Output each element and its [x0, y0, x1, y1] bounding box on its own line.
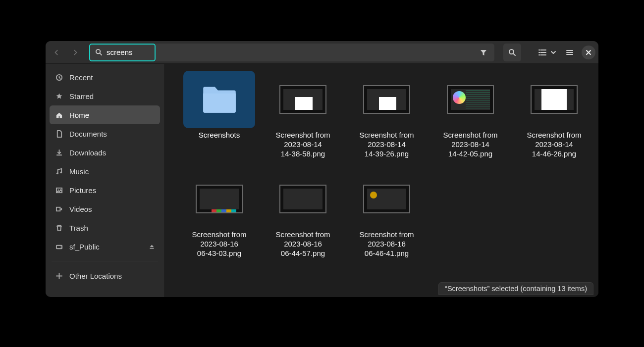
drive-icon [54, 243, 63, 250]
file-thumbnail [279, 85, 326, 114]
icon-box [351, 71, 423, 128]
sidebar-item-label: Starred [69, 92, 94, 100]
search-icon [95, 49, 103, 56]
sidebar-item-label: Home [69, 111, 89, 119]
hamburger-menu-button[interactable] [562, 45, 578, 60]
sidebar-item-downloads[interactable]: Downloads [50, 143, 160, 162]
sidebar-item-recent[interactable]: Recent [50, 68, 160, 87]
sidebar-item-videos[interactable]: Videos [50, 199, 160, 218]
svg-point-3 [56, 172, 58, 174]
file-thumbnail [196, 185, 243, 213]
icon-box [518, 71, 590, 128]
back-button[interactable] [49, 45, 64, 60]
item-label: Screenshot from 2023-08-16 06-43-03.png [189, 230, 249, 258]
file-item[interactable]: Screenshot from 2023-08-14 14-46-26.png [512, 71, 596, 158]
file-thumbnail [447, 85, 494, 114]
document-icon [54, 130, 63, 138]
folder-icon [199, 79, 240, 120]
sidebar-item-documents[interactable]: Documents [50, 124, 160, 143]
sidebar-separator [52, 261, 158, 261]
icon-box [183, 170, 255, 228]
item-label: Screenshot from 2023-08-14 14-38-58.png [272, 130, 333, 158]
sidebar-item-music[interactable]: Music [50, 162, 160, 181]
icon-box [267, 71, 339, 128]
window-body: RecentStarredHomeDocumentsDownloadsMusic… [46, 64, 598, 297]
forward-button[interactable] [67, 45, 83, 60]
file-item[interactable]: Screenshot from 2023-08-14 14-39-26.png [345, 71, 429, 158]
sidebar-item-label: Pictures [69, 186, 96, 195]
file-item[interactable]: Screenshot from 2023-08-14 14-42-05.png [429, 71, 512, 158]
clock-icon [54, 74, 63, 81]
file-item[interactable]: Screenshot from 2023-08-14 14-38-58.png [261, 71, 345, 158]
folder-item[interactable]: Screenshots [177, 71, 261, 158]
sidebar: RecentStarredHomeDocumentsDownloadsMusic… [46, 64, 164, 297]
sidebar-item-starred[interactable]: Starred [50, 87, 160, 105]
video-icon [54, 205, 63, 213]
svg-rect-7 [56, 207, 60, 211]
file-item[interactable]: Screenshot from 2023-08-16 06-46-41.png [345, 170, 429, 258]
search-input-wrapper[interactable]: screens [89, 44, 156, 61]
sidebar-item-home[interactable]: Home [50, 105, 160, 124]
sidebar-other-locations[interactable]: Other Locations [50, 266, 160, 285]
search-toggle-button[interactable] [503, 44, 521, 61]
plus-icon [54, 272, 63, 280]
file-item[interactable]: Screenshot from 2023-08-16 06-43-03.png [177, 170, 261, 258]
view-dropdown-button[interactable] [550, 45, 560, 60]
file-item[interactable]: Screenshot from 2023-08-16 06-44-57.png [261, 170, 345, 258]
eject-icon[interactable] [149, 244, 155, 250]
item-label: Screenshot from 2023-08-14 14-42-05.png [440, 130, 500, 158]
sidebar-item-label: Other Locations [69, 272, 122, 280]
filter-button[interactable] [475, 44, 492, 61]
sidebar-item-label: Music [69, 167, 89, 176]
file-thumbnail [363, 85, 410, 114]
icon-box [351, 170, 423, 228]
item-label: Screenshot from 2023-08-14 14-39-26.png [356, 130, 417, 158]
sidebar-item-sf_public[interactable]: sf_Public [50, 237, 160, 256]
star-icon [54, 93, 63, 100]
sidebar-item-trash[interactable]: Trash [50, 218, 160, 237]
sidebar-item-label: Recent [69, 73, 93, 82]
item-label: Screenshot from 2023-08-14 14-46-26.png [524, 130, 584, 158]
search-value[interactable]: screens [107, 48, 133, 56]
file-manager-window: screens RecentStarred [46, 41, 598, 297]
content-area[interactable]: ScreenshotsScreenshot from 2023-08-14 14… [164, 64, 598, 297]
sidebar-item-label: sf_Public [69, 243, 100, 251]
svg-point-4 [60, 171, 62, 173]
icon-box [434, 71, 506, 128]
download-icon [54, 149, 63, 156]
header-bar: screens [46, 41, 598, 64]
svg-point-9 [60, 247, 61, 248]
item-label: Screenshot from 2023-08-16 06-44-57.png [272, 230, 333, 258]
sidebar-item-label: Downloads [69, 149, 106, 157]
item-label: Screenshots [196, 130, 243, 140]
file-thumbnail [363, 185, 410, 213]
file-item[interactable]: Screenshot from 2023-08-16 06-40-08.png [596, 71, 598, 158]
sidebar-item-pictures[interactable]: Pictures [50, 181, 160, 199]
path-search-bar: screens [89, 44, 494, 61]
file-thumbnail [531, 85, 578, 114]
item-label: Screenshot from 2023-08-16 06-46-41.png [356, 230, 417, 258]
file-thumbnail [279, 185, 326, 213]
view-list-button[interactable] [534, 45, 548, 60]
icon-box [183, 71, 255, 128]
svg-point-0 [96, 50, 100, 53]
sidebar-item-label: Documents [69, 130, 107, 138]
icon-box [267, 170, 339, 228]
close-button[interactable] [582, 46, 595, 59]
status-bar: “Screenshots” selected (containing 13 it… [438, 282, 593, 295]
header-right-controls [524, 45, 595, 60]
home-icon [54, 111, 63, 119]
music-icon [54, 168, 63, 175]
sidebar-item-label: Videos [69, 205, 92, 213]
svg-point-1 [509, 50, 514, 54]
sidebar-item-label: Trash [69, 224, 88, 232]
file-grid: ScreenshotsScreenshot from 2023-08-14 14… [164, 64, 598, 258]
picture-icon [54, 187, 63, 194]
trash-icon [54, 224, 63, 232]
